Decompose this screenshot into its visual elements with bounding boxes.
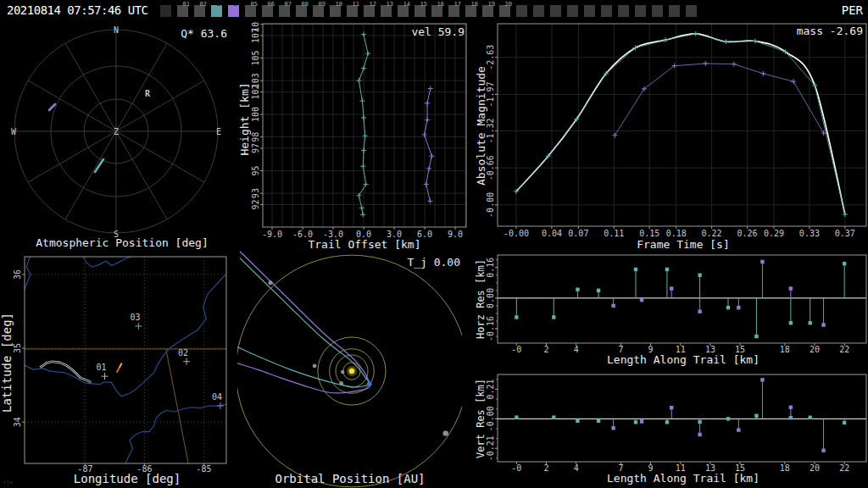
- svg-text:02: 02: [178, 348, 188, 358]
- planet-outer-marker: [268, 280, 272, 285]
- atmospheric-title: Atmospheric Position [deg]: [0, 236, 244, 249]
- magnitude-ylabel: Absolute Magnitude: [475, 58, 487, 194]
- svg-text:0.16: 0.16: [486, 258, 495, 278]
- radiant-marker: R: [145, 89, 151, 98]
- timestamp: 20210814 07:57:46 UTC: [7, 3, 148, 17]
- frame-tile[interactable]: 10: [330, 5, 341, 17]
- frame-tile[interactable]: 05: [245, 5, 256, 17]
- map-station-03: 03: [130, 313, 142, 330]
- mass-stat: mass -2.69: [744, 25, 863, 37]
- frame-tile[interactable]: 13: [381, 5, 392, 17]
- planet-mercury: [341, 370, 344, 374]
- zenith-label: Z: [114, 127, 119, 136]
- frame-tile[interactable]: [618, 5, 629, 17]
- svg-text:03: 03: [130, 313, 140, 322]
- meteor-streak-04: [49, 104, 55, 110]
- svg-text:0.15: 0.15: [639, 229, 659, 238]
- tisserand-stat: T_j 0.00: [356, 256, 460, 269]
- svg-text:0.18: 0.18: [666, 229, 687, 238]
- frame-tile[interactable]: [584, 5, 595, 17]
- frame-tile[interactable]: 09: [313, 5, 324, 17]
- svg-text:0.33: 0.33: [799, 229, 820, 238]
- svg-text:0.26: 0.26: [737, 229, 757, 238]
- svg-text:108: 108: [251, 21, 260, 32]
- frame-tile[interactable]: 17: [448, 5, 459, 17]
- frame-tile[interactable]: 20: [499, 5, 510, 17]
- vert-res-plot[interactable]: -024791113151820220.21-0.00-0.21: [475, 369, 868, 488]
- frame-tile[interactable]: 03: [211, 5, 222, 17]
- frame-tile[interactable]: [635, 5, 646, 17]
- svg-text:105: 105: [251, 51, 260, 66]
- svg-text:0.22: 0.22: [702, 229, 722, 238]
- series-station-04: [611, 378, 825, 452]
- series-station-04: [422, 86, 435, 203]
- app-window: 20210814 07:57:46 UTC 010203040506070809…: [0, 0, 868, 488]
- frame-tile[interactable]: 18: [465, 5, 476, 17]
- frame-tile[interactable]: [652, 5, 663, 17]
- shower-code: PER: [797, 3, 863, 17]
- map-plot[interactable]: 01020304-87-86-85343536: [0, 250, 237, 488]
- svg-text:0.37: 0.37: [835, 229, 855, 238]
- frame-tile[interactable]: [516, 5, 527, 17]
- frame-tile[interactable]: 16: [431, 5, 442, 17]
- frame-tile[interactable]: 08: [296, 5, 307, 17]
- frame-tile[interactable]: 11: [347, 5, 358, 17]
- magnitude-xlabel: Frame Time [s]: [565, 238, 802, 251]
- frame-tile[interactable]: 15: [415, 5, 426, 17]
- frame-tile[interactable]: [669, 5, 680, 17]
- velocity-stat: vel 59.9: [356, 25, 465, 38]
- ground-track: [117, 368, 120, 373]
- frame-tile[interactable]: 19: [482, 5, 493, 17]
- svg-text:-0.00: -0.00: [486, 192, 495, 218]
- frame-tile[interactable]: [567, 5, 578, 17]
- svg-text:-0.00: -0.00: [486, 406, 495, 431]
- svg-text:0.07: 0.07: [568, 229, 588, 238]
- svg-text:34: 34: [13, 417, 22, 427]
- frame-tile[interactable]: 12: [364, 5, 375, 17]
- trail-offset-plot[interactable]: -9.0-6.0-3.00.03.06.09.09293959798100102…: [237, 21, 470, 243]
- frame-tile[interactable]: [160, 5, 171, 17]
- svg-text:2: 2: [543, 345, 548, 354]
- svg-text:0.04: 0.04: [542, 229, 562, 238]
- svg-text:22: 22: [839, 345, 849, 354]
- frame-tile[interactable]: 04: [228, 5, 239, 17]
- svg-text:97: 97: [251, 143, 260, 153]
- vert-res-xlabel: Length Along Trail [km]: [565, 472, 802, 485]
- svg-text:-1.97: -1.97: [486, 81, 495, 107]
- orbit-title: Orbital Position [AU]: [248, 472, 452, 485]
- frame-tile[interactable]: [686, 5, 697, 17]
- svg-text:-0.00: -0.00: [504, 229, 529, 238]
- vert-res-ylabel: Vert Res [km]: [475, 355, 487, 482]
- planet-earth: [367, 381, 372, 386]
- svg-text:0.21: 0.21: [486, 379, 495, 399]
- orbit-plot[interactable]: [237, 250, 462, 488]
- frame-tile[interactable]: [533, 5, 544, 17]
- svg-text:-0.66: -0.66: [486, 155, 495, 180]
- svg-text:20: 20: [810, 345, 820, 354]
- frame-tile[interactable]: [550, 5, 561, 17]
- series-station-03: [515, 262, 846, 338]
- svg-text:-0: -0: [511, 463, 521, 473]
- series-station-04: [611, 260, 825, 327]
- compass-west-label: W: [11, 127, 17, 136]
- horz-res-plot[interactable]: -024791113151820220.160.00-0.16: [475, 250, 868, 369]
- map-station-02: 02: [178, 348, 190, 365]
- sun: [349, 369, 354, 374]
- frame-tile[interactable]: 02: [194, 5, 205, 17]
- atmospheric-plot[interactable]: NESWZR: [0, 21, 237, 240]
- svg-text:-0: -0: [511, 345, 521, 354]
- magnitude-plot[interactable]: -0.000.040.070.110.150.180.220.260.290.3…: [475, 21, 868, 243]
- map-station-01: 01: [96, 363, 108, 380]
- frame-tile[interactable]: [601, 5, 612, 17]
- svg-text:0.29: 0.29: [764, 229, 784, 238]
- frame-tile[interactable]: 01: [177, 5, 188, 17]
- frame-tile[interactable]: 07: [279, 5, 290, 17]
- series-station-04: [612, 61, 826, 138]
- svg-text:93: 93: [251, 188, 260, 198]
- frame-tiles: 0102030405060708091011121314151617181920: [160, 5, 703, 17]
- svg-text:0.00: 0.00: [486, 288, 495, 308]
- svg-text:01: 01: [96, 363, 106, 372]
- frame-tile[interactable]: 14: [398, 5, 409, 17]
- frame-tile[interactable]: 06: [262, 5, 273, 17]
- svg-text:22: 22: [839, 463, 849, 473]
